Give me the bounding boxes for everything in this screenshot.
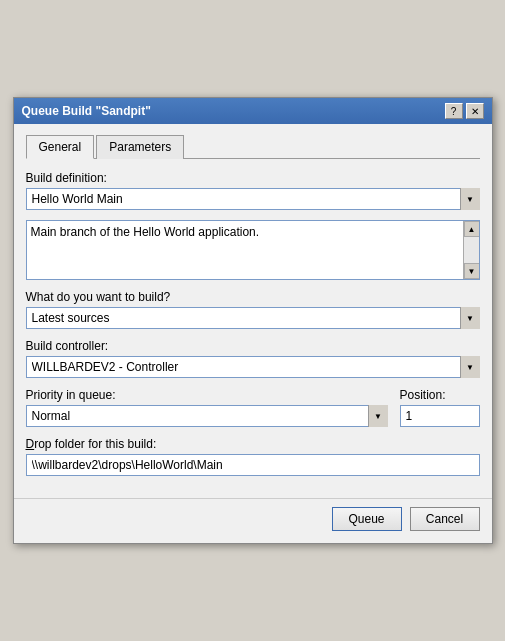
build-description-text: Main branch of the Hello World applicati… <box>31 225 475 239</box>
build-controller-label: Build controller: <box>26 339 480 353</box>
what-to-build-select[interactable]: Latest sources <box>26 307 480 329</box>
drop-folder-group: Drop folder for this build: <box>26 437 480 476</box>
tab-bar: General Parameters <box>26 134 480 159</box>
priority-position-row: Priority in queue: Normal ▼ Position: <box>26 388 480 437</box>
priority-group: Priority in queue: Normal ▼ <box>26 388 388 427</box>
scroll-track <box>464 237 479 263</box>
position-group: Position: <box>400 388 480 427</box>
priority-select[interactable]: Normal <box>26 405 388 427</box>
build-controller-select[interactable]: WILLBARDEV2 - Controller <box>26 356 480 378</box>
build-definition-select[interactable]: Hello World Main <box>26 188 480 210</box>
description-group: Main branch of the Hello World applicati… <box>26 220 480 280</box>
scroll-down-button[interactable]: ▼ <box>464 263 480 279</box>
close-button[interactable]: ✕ <box>466 103 484 119</box>
tab-content-general: Build definition: Hello World Main ▼ Mai… <box>26 171 480 486</box>
build-controller-select-wrapper: WILLBARDEV2 - Controller ▼ <box>26 356 480 378</box>
what-to-build-group: What do you want to build? Latest source… <box>26 290 480 329</box>
queue-button[interactable]: Queue <box>332 507 402 531</box>
position-label: Position: <box>400 388 480 402</box>
title-bar-controls: ? ✕ <box>445 103 484 119</box>
tab-general[interactable]: General <box>26 135 95 159</box>
drop-folder-label: Drop folder for this build: <box>26 437 480 451</box>
build-definition-select-wrapper: Hello World Main ▼ <box>26 188 480 210</box>
window-body: General Parameters Build definition: Hel… <box>14 124 492 498</box>
tab-parameters[interactable]: Parameters <box>96 135 184 159</box>
drop-folder-input[interactable] <box>26 454 480 476</box>
priority-label: Priority in queue: <box>26 388 388 402</box>
help-button[interactable]: ? <box>445 103 463 119</box>
title-bar: Queue Build "Sandpit" ? ✕ <box>14 98 492 124</box>
what-to-build-label: What do you want to build? <box>26 290 480 304</box>
position-input[interactable] <box>400 405 480 427</box>
priority-select-wrapper: Normal ▼ <box>26 405 388 427</box>
scroll-up-button[interactable]: ▲ <box>464 221 480 237</box>
main-window: Queue Build "Sandpit" ? ✕ General Parame… <box>13 97 493 544</box>
cancel-button[interactable]: Cancel <box>410 507 480 531</box>
build-definition-label: Build definition: <box>26 171 480 185</box>
build-controller-group: Build controller: WILLBARDEV2 - Controll… <box>26 339 480 378</box>
what-to-build-select-wrapper: Latest sources ▼ <box>26 307 480 329</box>
window-title: Queue Build "Sandpit" <box>22 104 151 118</box>
build-definition-group: Build definition: Hello World Main ▼ <box>26 171 480 210</box>
footer: Queue Cancel <box>14 498 492 543</box>
